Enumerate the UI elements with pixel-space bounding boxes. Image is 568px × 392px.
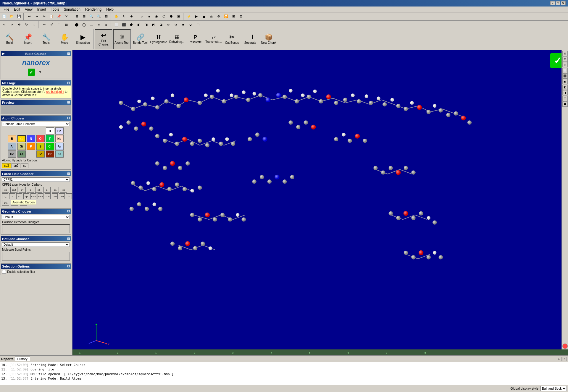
elem-Ar[interactable]: Ar: [55, 143, 64, 150]
ff-dropdown[interactable]: CFF91: [2, 177, 70, 182]
ff-c12[interactable]: c12: [10, 187, 17, 193]
tb-display5[interactable]: ⬢: [168, 13, 175, 20]
mini-btn-10[interactable]: ⬢: [562, 101, 568, 107]
tb-sim6[interactable]: 🔁: [222, 13, 230, 20]
tb-undo[interactable]: ↩: [26, 13, 33, 20]
tb-paste[interactable]: 📌: [55, 13, 62, 20]
build-chunks-header[interactable]: ▶ Build Chunks ⊟: [1, 51, 71, 56]
preview-header[interactable]: Preview ⊟: [1, 100, 71, 105]
tb-sel-all[interactable]: ⊞: [73, 13, 80, 20]
reports-close-btn-x[interactable]: ×: [562, 357, 567, 361]
elem-B[interactable]: B: [8, 135, 16, 142]
tb-display2[interactable]: ●: [146, 13, 153, 20]
ff-z2[interactable]: z2: [16, 193, 22, 199]
elem-Ne[interactable]: Ne: [55, 135, 64, 142]
tb2-layer7[interactable]: ◪: [157, 21, 164, 28]
ff-c4h[interactable]: c4h: [59, 193, 65, 199]
hydrogenate-button[interactable]: H Hydrogenate: [150, 29, 167, 49]
ff-c1[interactable]: c1: [52, 187, 59, 193]
mini-btn-2[interactable]: ⊟: [562, 56, 568, 62]
enable-filter-label[interactable]: Enable selection filter: [2, 270, 70, 274]
tb-fit[interactable]: ⊡: [103, 13, 110, 20]
menu-help[interactable]: Help: [104, 7, 116, 12]
ff-c5[interactable]: c5: [35, 187, 42, 193]
ff-c-[interactable]: c-: [43, 187, 51, 193]
tb2-layer10[interactable]: ⬘: [180, 21, 187, 28]
menu-rendering[interactable]: Rendering: [83, 7, 104, 12]
tb-sim1[interactable]: ⚡: [185, 13, 193, 20]
close-button[interactable]: ✕: [561, 1, 566, 5]
tb-sim5[interactable]: ⚙: [215, 13, 222, 20]
ff-c3m[interactable]: c3m: [30, 193, 36, 199]
ff-c[interactable]: c: [27, 187, 34, 193]
tb2-bond2[interactable]: =: [95, 21, 102, 28]
element-dropdown[interactable]: Periodic Table Elements: [2, 122, 70, 126]
tb-save[interactable]: 💾: [15, 13, 22, 20]
hybrid-sp[interactable]: sp: [21, 163, 28, 168]
ff-cp2[interactable]: cp: [23, 193, 29, 199]
minimize-button[interactable]: −: [550, 1, 555, 5]
tb-sim3[interactable]: ⏹: [200, 13, 207, 20]
elem-Al[interactable]: Al: [8, 143, 16, 150]
menu-insert[interactable]: Insert: [35, 7, 49, 12]
ff-c3h[interactable]: c3h: [52, 193, 58, 199]
tb-zoom[interactable]: ⊕: [128, 13, 135, 20]
tb-sim7[interactable]: ⊞: [230, 13, 237, 20]
tb2-layer1[interactable]: ⬜: [113, 21, 120, 28]
history-tab[interactable]: History: [15, 357, 30, 361]
menu-edit[interactable]: Edit: [12, 7, 22, 12]
geometry-dropdown[interactable]: Default: [2, 215, 70, 219]
menu-simulation[interactable]: Simulation: [62, 7, 83, 12]
tb-new[interactable]: 📄: [1, 13, 8, 20]
tb-copy[interactable]: 📋: [48, 13, 55, 20]
elem-Cl[interactable]: Cl: [46, 143, 54, 150]
tb2-bond3[interactable]: ≡: [103, 21, 110, 28]
mini-btn-5[interactable]: ⬛: [562, 73, 568, 79]
elem-Si[interactable]: Si: [17, 143, 26, 150]
new-chunk-button[interactable]: 📦 New Chunk: [260, 29, 277, 49]
tb-rotate[interactable]: ↻: [120, 13, 128, 20]
tb-sim8[interactable]: ⊠: [237, 13, 244, 20]
tb-pan[interactable]: ✋: [113, 13, 120, 20]
tb2-layer3[interactable]: ⬟: [128, 21, 135, 28]
elem-C[interactable]: C: [17, 135, 26, 142]
tb-delete[interactable]: ✕: [63, 13, 70, 20]
tb2-sketch4[interactable]: ▦: [63, 21, 70, 28]
elem-Br[interactable]: Br: [46, 150, 54, 158]
tb2-layer4[interactable]: ◧: [135, 21, 142, 28]
hybrid-sp3[interactable]: sp3: [2, 163, 11, 168]
ff-ceq[interactable]: c=: [66, 193, 72, 199]
menu-tools[interactable]: Tools: [49, 7, 62, 12]
mini-btn-1[interactable]: ⊞: [562, 51, 568, 56]
mini-btn-6[interactable]: ▣: [562, 79, 568, 84]
ff-c1e[interactable]: c=1: [2, 200, 9, 206]
tb2-select[interactable]: ↖: [1, 21, 8, 28]
tb-display4[interactable]: ⬡: [160, 13, 167, 20]
selection-options-header[interactable]: Selection Options ⊟: [1, 264, 71, 269]
display-style-select[interactable]: Tubes Ball and Stick CPK Lines DNA Cylin…: [540, 386, 567, 391]
ff-ct[interactable]: ct: [20, 200, 27, 206]
ff-c3[interactable]: c3: [9, 193, 15, 199]
bonds-tool-button[interactable]: 🔗 Bonds Tool: [131, 29, 149, 49]
tb2-layer8[interactable]: ⬖: [165, 21, 172, 28]
menu-file[interactable]: File: [1, 7, 12, 12]
tb-sim4[interactable]: ⏏: [208, 13, 215, 20]
tb2-sketch3[interactable]: ⬚: [55, 21, 62, 28]
tb-display6[interactable]: ▣: [175, 13, 182, 20]
hybrid-sp2[interactable]: sp2: [12, 163, 20, 168]
tb2-layer5[interactable]: ◨: [143, 21, 150, 28]
passivate-button[interactable]: P Passivate: [186, 29, 204, 49]
elem-S[interactable]: S: [36, 143, 45, 150]
tb-zoom-out[interactable]: 🔍: [95, 13, 102, 20]
tb-zoom-in[interactable]: 🔍: [88, 13, 95, 20]
elem-As[interactable]: As: [17, 150, 26, 158]
tb2-bond1[interactable]: —: [88, 21, 95, 28]
mini-btn-8[interactable]: ◨: [562, 90, 568, 95]
tb2-layer2[interactable]: ⬛: [120, 21, 128, 28]
ff-c_[interactable]: c_: [2, 193, 8, 199]
reports-expand-btn[interactable]: □: [557, 357, 561, 361]
menu-view[interactable]: View: [22, 7, 35, 12]
atoms-tool-button[interactable]: ⚛ Atoms Tool: [113, 29, 131, 49]
tb-cut[interactable]: ✂: [41, 13, 48, 20]
tb2-select2[interactable]: ↗: [8, 21, 15, 28]
